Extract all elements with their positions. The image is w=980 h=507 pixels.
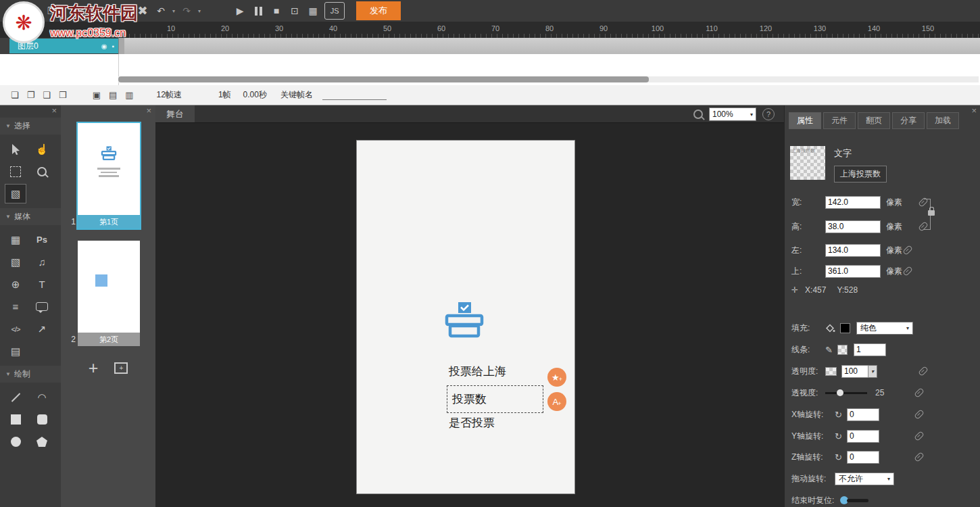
fill-type-select[interactable]: 纯色 ▾: [856, 322, 913, 335]
lock-icon[interactable]: [928, 210, 935, 216]
save-file-icon[interactable]: ❒: [45, 3, 58, 18]
polygon-tool[interactable]: [31, 432, 53, 452]
layer-lock-icon[interactable]: ▪: [112, 43, 114, 50]
text-tool[interactable]: T: [31, 274, 53, 294]
text-add-badge[interactable]: A +: [547, 392, 566, 411]
favorite-add-badge[interactable]: ★ +: [547, 368, 566, 387]
drag-rotation-select[interactable]: 不允许 ▾: [835, 473, 894, 485]
link-icon[interactable]: [902, 266, 913, 276]
paste-caret-icon[interactable]: ▾: [118, 8, 120, 14]
pencil-icon[interactable]: ✎: [825, 345, 833, 355]
delete-frame-icon[interactable]: ❑: [43, 90, 51, 100]
object-name-button[interactable]: 上海投票数: [834, 166, 887, 183]
insert-frame-icon[interactable]: ❐: [27, 90, 35, 100]
cut-caret-icon[interactable]: ▾: [92, 8, 95, 14]
z-rotation-input[interactable]: [847, 451, 879, 464]
paint-bucket-icon[interactable]: [825, 323, 835, 333]
link-icon[interactable]: [914, 409, 925, 420]
x-rotation-input[interactable]: [847, 408, 879, 421]
hand-tool[interactable]: ☝: [31, 139, 53, 159]
duplicate-page-button[interactable]: +: [114, 362, 128, 374]
copy-frame-icon[interactable]: ❒: [59, 90, 67, 100]
qr-code-icon[interactable]: ▦: [306, 3, 320, 18]
help-button[interactable]: ?: [762, 108, 775, 120]
chart-tool[interactable]: ↗: [31, 319, 53, 339]
y-rotation-input[interactable]: [847, 430, 879, 443]
paste-icon[interactable]: ❑: [99, 3, 113, 18]
height-input[interactable]: [825, 220, 881, 233]
visibility-column-icon[interactable]: ◉: [97, 25, 104, 34]
tab-properties[interactable]: 属性: [789, 112, 821, 129]
ballot-box-icon[interactable]: [443, 301, 485, 338]
cut-icon[interactable]: ✂: [74, 3, 87, 18]
slider-knob[interactable]: [837, 389, 843, 396]
fill-color-swatch[interactable]: [840, 323, 850, 333]
bars-tool[interactable]: ▤: [5, 341, 26, 361]
web-tool[interactable]: ⊕: [5, 274, 26, 294]
curve-tool[interactable]: ◠: [31, 387, 53, 407]
undo-icon[interactable]: ↶: [154, 3, 168, 18]
list-tool[interactable]: ≡: [5, 297, 26, 316]
lock-column-icon[interactable]: ▪: [110, 25, 113, 34]
top-input[interactable]: [825, 265, 881, 278]
link-icon[interactable]: [914, 431, 925, 441]
link-icon[interactable]: [902, 245, 913, 256]
line-tool[interactable]: [5, 387, 26, 407]
playhead-column[interactable]: [119, 38, 124, 54]
line-color-swatch[interactable]: [837, 345, 848, 355]
opacity-input[interactable]: [841, 365, 868, 378]
tab-pageflip[interactable]: 翻页: [858, 112, 890, 129]
stop-icon[interactable]: ■: [270, 3, 283, 18]
redo-icon[interactable]: ↷: [180, 3, 193, 18]
layer-timeline-track[interactable]: [118, 38, 980, 54]
code-tool[interactable]: </>: [5, 319, 26, 339]
js-icon[interactable]: JS: [324, 2, 345, 20]
width-input[interactable]: [825, 196, 881, 209]
line-width-input[interactable]: [854, 343, 886, 356]
zoom-search-icon[interactable]: [693, 110, 703, 119]
left-input[interactable]: [825, 244, 881, 257]
close-icon[interactable]: ×: [971, 106, 977, 115]
close-icon[interactable]: ×: [51, 106, 57, 115]
layer-visibility-icon[interactable]: ◉: [101, 43, 107, 50]
clear-keyframe-icon[interactable]: ▥: [125, 90, 133, 100]
new-frame-icon[interactable]: ❏: [11, 90, 19, 100]
add-page-button[interactable]: +: [89, 361, 99, 375]
zoom-tool[interactable]: [31, 162, 53, 181]
selection-box[interactable]: 投票数: [447, 385, 543, 413]
select-tool[interactable]: [5, 139, 26, 159]
perspective-slider[interactable]: [825, 389, 867, 396]
page-thumbnail-1[interactable]: 第1页: [78, 123, 140, 228]
rounded-rectangle-tool[interactable]: [31, 410, 53, 429]
components-tool[interactable]: ▦: [5, 230, 26, 249]
frames-grid-area[interactable]: [0, 54, 980, 86]
preview-icon[interactable]: ⊡: [288, 3, 301, 18]
rectangle-tool[interactable]: [5, 410, 26, 429]
section-media[interactable]: ▼ 媒体: [0, 208, 61, 225]
layer-item[interactable]: 图层0 ◉ ▪: [9, 39, 118, 53]
audio-tool[interactable]: ♫: [31, 252, 53, 272]
close-icon[interactable]: ×: [146, 106, 151, 115]
link-icon[interactable]: [914, 387, 925, 398]
blank-keyframe-icon[interactable]: ▣: [93, 90, 101, 100]
image-tool[interactable]: ▧: [5, 252, 26, 272]
tab-components[interactable]: 元件: [823, 112, 856, 129]
page-thumbnail-2[interactable]: 第2页: [78, 241, 140, 346]
delete-icon[interactable]: ✖: [136, 3, 149, 18]
tab-stage[interactable]: 舞台: [155, 105, 195, 122]
undo-caret-icon[interactable]: ▾: [172, 8, 175, 14]
keyframe-icon[interactable]: ▤: [109, 90, 117, 100]
open-file-icon[interactable]: ❐: [26, 3, 40, 18]
photoshop-import-tool[interactable]: Ps: [31, 230, 53, 249]
reset-on-end-toggle[interactable]: [840, 496, 868, 504]
canvas-text-vote-count[interactable]: 投票数: [452, 391, 487, 407]
ellipse-tool[interactable]: [5, 432, 26, 452]
tab-share[interactable]: 分享: [892, 112, 925, 129]
timeline-scrollbar-thumb[interactable]: [118, 76, 649, 82]
link-icon[interactable]: [918, 366, 929, 377]
canvas-text-vote-shanghai[interactable]: 投票给上海: [449, 364, 506, 379]
section-select[interactable]: ▼ 选择: [0, 118, 61, 135]
play-icon[interactable]: ▶: [233, 3, 247, 18]
publish-button[interactable]: 发布: [356, 1, 401, 20]
section-draw[interactable]: ▼ 绘制: [0, 366, 61, 383]
